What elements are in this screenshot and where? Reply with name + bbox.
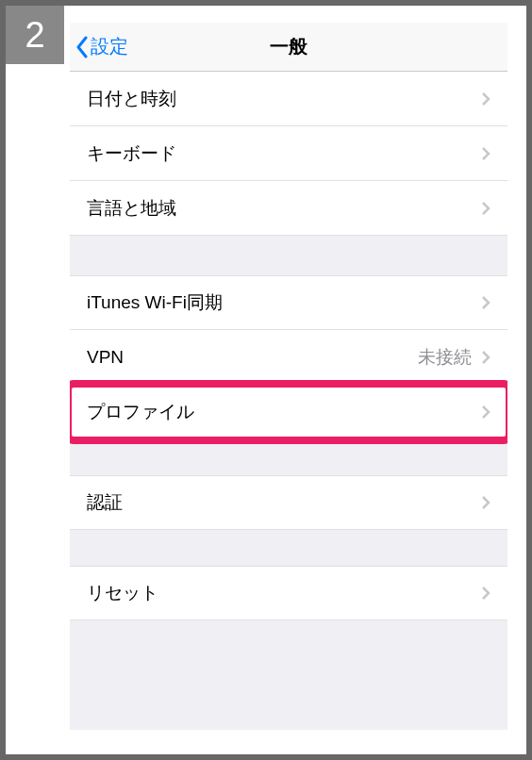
settings-row[interactable]: 言語と地域 [70, 181, 507, 236]
settings-row[interactable]: リセット [70, 566, 507, 620]
chevron-right-icon [481, 295, 490, 310]
settings-row[interactable]: 認証 [70, 475, 507, 530]
row-label: VPN [87, 347, 418, 368]
row-label: 日付と時刻 [87, 87, 481, 111]
row-label: キーボード [87, 141, 481, 166]
step-number-badge: 2 [6, 6, 64, 64]
section-separator [70, 530, 507, 566]
section-separator [70, 620, 507, 656]
chevron-left-icon [75, 36, 89, 58]
row-label: 認証 [87, 490, 481, 515]
settings-row[interactable]: プロファイル [70, 385, 507, 439]
page-title: 一般 [270, 34, 308, 59]
row-label: プロファイル [87, 400, 481, 424]
step-number: 2 [25, 15, 44, 56]
section-separator [70, 439, 507, 475]
settings-row[interactable]: キーボード [70, 126, 507, 181]
settings-row[interactable]: iTunes Wi-Fi同期 [70, 275, 507, 330]
chevron-right-icon [481, 91, 490, 107]
section-separator [70, 236, 507, 275]
highlighted-row-wrap: プロファイル [70, 385, 507, 439]
chevron-right-icon [481, 405, 490, 420]
back-button[interactable]: 設定 [75, 23, 128, 71]
row-value: 未接続 [418, 345, 472, 370]
back-label: 設定 [91, 34, 128, 59]
chevron-right-icon [481, 146, 490, 161]
row-label: リセット [87, 581, 481, 605]
settings-row[interactable]: VPN未接続 [70, 330, 507, 385]
chevron-right-icon [481, 201, 490, 216]
row-label: 言語と地域 [87, 196, 481, 221]
chevron-right-icon [481, 495, 490, 510]
chevron-right-icon [481, 350, 490, 365]
chevron-right-icon [481, 586, 490, 601]
navigation-bar: 設定 一般 [70, 23, 507, 72]
phone-screen: 設定 一般 日付と時刻キーボード言語と地域iTunes Wi-Fi同期VPN未接… [70, 23, 507, 730]
settings-row[interactable]: 日付と時刻 [70, 72, 507, 126]
row-label: iTunes Wi-Fi同期 [87, 290, 481, 315]
